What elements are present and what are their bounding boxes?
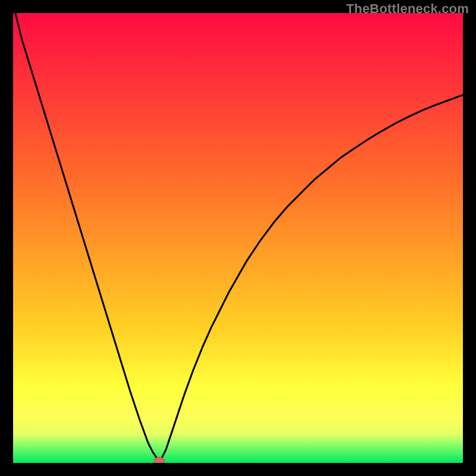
plot-area	[13, 13, 463, 463]
chart-background	[13, 13, 463, 463]
chart-frame: TheBottleneck.com	[0, 0, 476, 476]
bottleneck-chart	[13, 13, 463, 463]
optimal-point-marker	[154, 457, 165, 463]
